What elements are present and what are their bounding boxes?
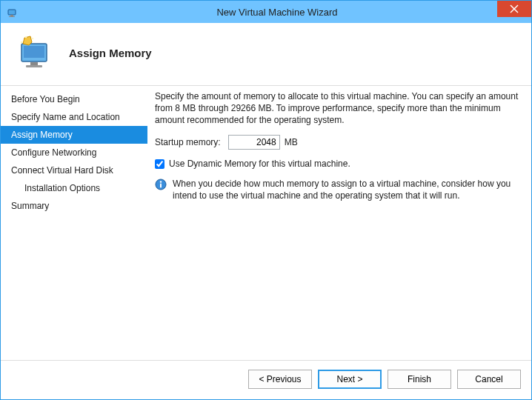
dynamic-memory-row: Use Dynamic Memory for this virtual mach… <box>155 159 519 169</box>
svg-rect-7 <box>30 62 38 65</box>
app-icon <box>7 6 19 18</box>
dynamic-memory-label: Use Dynamic Memory for this virtual mach… <box>169 159 350 169</box>
step-configure-networking[interactable]: Configure Networking <box>1 144 147 161</box>
cancel-button[interactable]: Cancel <box>457 370 521 389</box>
svg-point-14 <box>160 181 162 182</box>
step-assign-memory[interactable]: Assign Memory <box>1 126 147 144</box>
svg-point-10 <box>25 36 27 39</box>
footer: < Previous Next > Finish Cancel <box>1 360 531 399</box>
step-connect-vhd[interactable]: Connect Virtual Hard Disk <box>1 161 147 179</box>
info-row: When you decide how much memory to assig… <box>155 178 519 201</box>
titlebar: New Virtual Machine Wizard <box>1 1 531 23</box>
content-pane: Specify the amount of memory to allocate… <box>147 86 531 360</box>
window-title: New Virtual Machine Wizard <box>23 7 531 18</box>
description-text: Specify the amount of memory to allocate… <box>155 90 519 126</box>
startup-memory-unit: MB <box>285 137 298 147</box>
svg-rect-8 <box>26 65 42 67</box>
info-icon <box>155 179 167 190</box>
startup-memory-input[interactable] <box>228 135 280 150</box>
finish-button[interactable]: Finish <box>388 370 451 389</box>
svg-marker-9 <box>23 36 32 45</box>
page-heading: Assign Memory <box>69 47 152 59</box>
info-text: When you decide how much memory to assig… <box>173 178 519 201</box>
wizard-body: Before You Begin Specify Name and Locati… <box>1 86 531 360</box>
next-button[interactable]: Next > <box>318 370 382 389</box>
dynamic-memory-checkbox[interactable] <box>155 159 164 169</box>
previous-button[interactable]: < Previous <box>248 370 312 389</box>
close-icon <box>510 4 519 13</box>
step-before-you-begin[interactable]: Before You Begin <box>1 90 147 108</box>
wizard-window: New Virtual Machine Wizard Assign Memory <box>0 0 532 400</box>
svg-rect-15 <box>160 184 162 188</box>
svg-point-11 <box>32 38 34 40</box>
wizard-monitor-icon <box>14 35 56 70</box>
close-button[interactable] <box>497 1 531 17</box>
step-installation-options[interactable]: Installation Options <box>1 179 147 197</box>
svg-rect-6 <box>24 46 44 58</box>
sidebar: Before You Begin Specify Name and Locati… <box>1 86 147 360</box>
startup-memory-label: Startup memory: <box>155 137 221 147</box>
step-summary[interactable]: Summary <box>1 197 147 215</box>
svg-point-12 <box>21 41 23 44</box>
svg-rect-1 <box>10 15 13 16</box>
startup-memory-row: Startup memory: MB <box>155 135 519 150</box>
step-specify-name-location[interactable]: Specify Name and Location <box>1 108 147 126</box>
svg-rect-0 <box>8 10 16 15</box>
svg-rect-2 <box>9 16 15 17</box>
header-banner: Assign Memory <box>1 23 531 86</box>
